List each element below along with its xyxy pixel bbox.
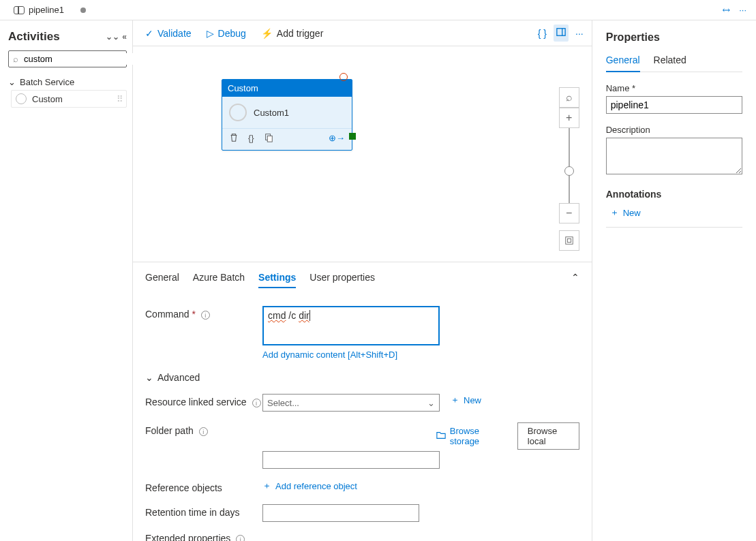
browse-local-button[interactable]: Browse local <box>517 422 579 450</box>
debug-button[interactable]: ▷ Debug <box>207 28 246 39</box>
chevron-down-icon: ⌄ <box>427 398 435 408</box>
folder-icon <box>436 431 446 442</box>
tab-settings[interactable]: Settings <box>258 272 296 288</box>
name-label: Name * <box>606 83 742 93</box>
search-input[interactable] <box>22 53 140 65</box>
resource-linked-service-select[interactable]: Select... ⌄ <box>262 394 440 412</box>
annotations-label: Annotations <box>606 189 742 200</box>
svg-rect-3 <box>267 136 272 142</box>
success-connector[interactable] <box>349 133 356 140</box>
add-reference-object-button[interactable]: ＋ Add reference object <box>262 480 357 492</box>
tab-azure-batch[interactable]: Azure Batch <box>193 272 245 288</box>
properties-toggle-icon[interactable] <box>554 25 569 42</box>
new-linked-service-button[interactable]: ＋ New <box>451 394 481 406</box>
tab-general[interactable]: General <box>145 272 179 288</box>
zoom-out-button[interactable]: − <box>559 203 579 223</box>
activity-search[interactable]: ⌕ <box>8 50 127 67</box>
node-header: Custom <box>222 80 352 97</box>
new-annotation-button[interactable]: ＋ New <box>610 206 742 219</box>
reference-objects-label: Reference objects <box>145 480 262 493</box>
info-icon[interactable]: i <box>201 311 210 320</box>
properties-tab-general[interactable]: General <box>606 55 640 72</box>
more-icon[interactable]: ··· <box>739 5 746 16</box>
info-icon[interactable]: i <box>252 399 261 407</box>
expand-icon[interactable]: ⤢ <box>720 3 734 17</box>
zoom-fit-button[interactable] <box>559 230 579 251</box>
browse-storage-button[interactable]: Browse storage <box>436 426 498 446</box>
activities-sidebar: Activities ⌄⌄ « ⌕ ⌄ Batch Service Custom… <box>0 20 133 541</box>
drag-grip-icon[interactable]: ⠿ <box>117 94 122 104</box>
activity-custom[interactable]: Custom ⠿ <box>11 90 127 108</box>
svg-rect-4 <box>565 237 573 245</box>
gear-icon <box>229 104 247 121</box>
activity-settings-panel: General Azure Batch Settings User proper… <box>133 262 592 541</box>
zoom-search-icon[interactable]: ⌕ <box>559 87 579 108</box>
command-label: Command * i <box>145 306 262 320</box>
activity-node-custom1[interactable]: Custom Custom1 {} ⊕→ <box>222 79 352 151</box>
zoom-slider[interactable] <box>569 128 570 203</box>
plus-icon: ＋ <box>451 394 459 406</box>
node-name: Custom1 <box>254 108 289 118</box>
tab-title: pipeline1 <box>29 5 64 15</box>
validate-button[interactable]: ✓ Validate <box>145 28 192 39</box>
svg-rect-0 <box>557 29 565 36</box>
delete-icon[interactable] <box>229 133 239 144</box>
folder-path-label: Folder path i <box>145 422 262 436</box>
check-icon: ✓ <box>145 28 153 39</box>
collapse-panel-icon[interactable]: ⌃ <box>571 272 579 283</box>
run-icon[interactable]: ⊕→ <box>329 133 345 144</box>
more-icon[interactable]: ··· <box>575 28 584 39</box>
properties-title: Properties <box>606 31 742 44</box>
add-dynamic-content-link[interactable]: Add dynamic content [Alt+Shift+D] <box>262 350 440 360</box>
retention-time-label: Retention time in days <box>145 504 262 518</box>
retention-time-input[interactable] <box>262 504 419 522</box>
code-icon[interactable]: {} <box>248 133 254 144</box>
zoom-controls: ⌕ + − <box>559 87 579 251</box>
unsaved-indicator <box>80 7 86 13</box>
collapse-sidebar-icon[interactable]: « <box>122 32 127 42</box>
add-trigger-button[interactable]: ⚡ Add trigger <box>261 28 323 39</box>
properties-panel: Properties General Related Name * Descri… <box>592 20 756 541</box>
section-batch-service[interactable]: ⌄ Batch Service <box>8 74 127 90</box>
plus-icon: ＋ <box>262 480 271 492</box>
zoom-in-button[interactable]: + <box>559 108 579 128</box>
description-label: Description <box>606 125 742 135</box>
command-input[interactable]: cmd /c dir <box>262 306 440 345</box>
info-icon[interactable]: i <box>236 535 245 541</box>
resource-linked-service-label: Resource linked service i <box>145 394 262 407</box>
description-input[interactable] <box>606 138 742 174</box>
properties-tab-related[interactable]: Related <box>654 55 686 72</box>
chevron-down-icon: ⌄ <box>8 77 16 87</box>
gear-icon <box>16 93 27 104</box>
advanced-toggle[interactable]: ⌄ Advanced <box>145 372 579 383</box>
play-icon: ▷ <box>207 28 214 39</box>
svg-rect-5 <box>567 238 571 242</box>
lightning-icon: ⚡ <box>261 28 273 39</box>
pipeline-tab[interactable]: pipeline1 <box>7 0 93 20</box>
plus-icon: ＋ <box>610 206 619 219</box>
info-icon[interactable]: i <box>199 427 208 436</box>
folder-path-input[interactable] <box>262 451 440 469</box>
code-icon[interactable]: { } <box>538 28 547 39</box>
search-icon: ⌕ <box>13 54 18 64</box>
pipeline-canvas[interactable]: Custom Custom1 {} ⊕→ <box>133 46 592 262</box>
collapse-sections-icon[interactable]: ⌄⌄ <box>106 32 119 42</box>
tab-user-properties[interactable]: User properties <box>309 272 375 288</box>
extended-properties-label: Extended properties i <box>145 533 579 541</box>
pipeline-name-input[interactable] <box>606 96 742 114</box>
sidebar-title: Activities ⌄⌄ « <box>8 30 127 44</box>
chevron-down-icon: ⌄ <box>145 372 153 383</box>
validation-error-icon <box>339 73 348 81</box>
copy-icon[interactable] <box>264 133 273 144</box>
pipeline-icon <box>14 6 25 14</box>
